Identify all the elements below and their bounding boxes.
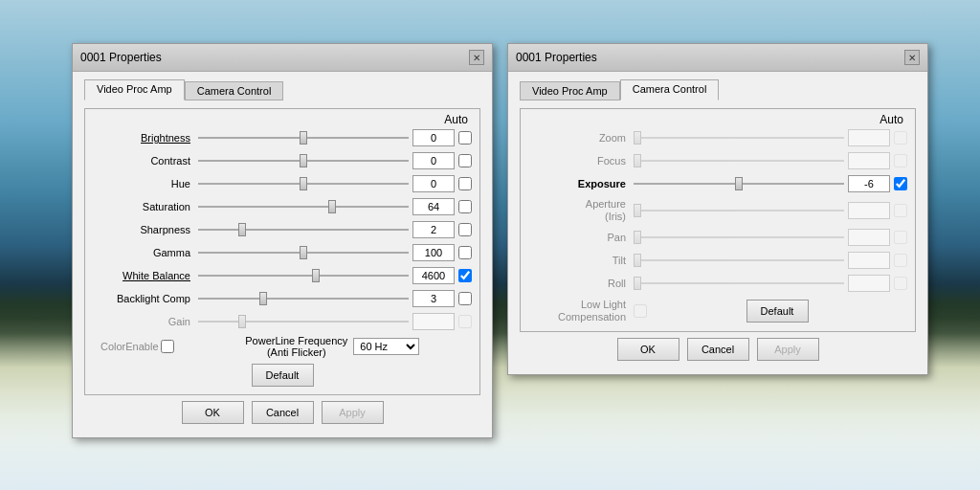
aperture-slider-container bbox=[634, 203, 844, 218]
title-bar-right: 0001 Properties ✕ bbox=[508, 44, 927, 72]
close-button-right[interactable]: ✕ bbox=[904, 50, 920, 65]
gain-value[interactable] bbox=[412, 313, 455, 330]
apply-button-right[interactable]: Apply bbox=[757, 338, 819, 361]
hue-value[interactable] bbox=[412, 175, 455, 192]
exposure-slider[interactable] bbox=[634, 176, 844, 191]
footer-buttons-right: OK Cancel Apply bbox=[520, 332, 916, 365]
low-light-check[interactable] bbox=[634, 304, 647, 318]
tab-camera-control-left[interactable]: Camera Control bbox=[185, 81, 284, 100]
gamma-value[interactable] bbox=[412, 244, 455, 261]
pan-slider-container bbox=[634, 230, 844, 245]
white-balance-row: White Balance bbox=[93, 266, 472, 285]
focus-auto[interactable] bbox=[894, 154, 907, 167]
white-balance-label: White Balance bbox=[93, 270, 198, 281]
brightness-slider-container bbox=[198, 130, 409, 145]
default-button-left[interactable]: Default bbox=[252, 364, 314, 387]
saturation-auto[interactable] bbox=[458, 200, 472, 213]
backlight-auto[interactable] bbox=[458, 292, 472, 305]
apply-button-left[interactable]: Apply bbox=[322, 401, 384, 424]
tabs-left: Video Proc Amp Camera Control bbox=[84, 79, 480, 100]
auto-header-right: Auto bbox=[528, 113, 907, 126]
power-freq-select[interactable]: Disabled 50 Hz 60 Hz bbox=[353, 338, 419, 355]
pan-row: Pan bbox=[528, 228, 907, 247]
tab-camera-control-right[interactable]: Camera Control bbox=[620, 79, 720, 100]
backlight-value[interactable] bbox=[412, 290, 455, 307]
title-right: 0001 Properties bbox=[516, 51, 597, 64]
contrast-slider[interactable] bbox=[198, 153, 409, 168]
white-balance-slider[interactable] bbox=[198, 268, 409, 283]
color-enable-check[interactable] bbox=[161, 340, 174, 353]
sharpness-value[interactable] bbox=[412, 221, 455, 238]
gain-slider[interactable] bbox=[198, 314, 409, 329]
brightness-value[interactable] bbox=[412, 129, 455, 146]
exposure-value[interactable] bbox=[848, 175, 890, 192]
hue-slider[interactable] bbox=[198, 176, 409, 191]
close-button-left[interactable]: ✕ bbox=[469, 50, 484, 65]
zoom-auto[interactable] bbox=[894, 131, 907, 145]
backlight-slider-container bbox=[198, 291, 409, 306]
aperture-slider[interactable] bbox=[634, 203, 844, 218]
brightness-slider[interactable] bbox=[198, 130, 409, 145]
tilt-auto[interactable] bbox=[894, 254, 907, 267]
body-left: Video Proc Amp Camera Control Auto Brigh… bbox=[73, 72, 492, 437]
pan-auto[interactable] bbox=[894, 231, 907, 244]
zoom-slider[interactable] bbox=[634, 130, 844, 145]
exposure-slider-container bbox=[634, 176, 844, 191]
default-btn-row-left: Default bbox=[93, 364, 472, 387]
pan-label: Pan bbox=[528, 232, 634, 243]
contrast-auto[interactable] bbox=[458, 154, 472, 167]
dialog-left: 0001 Properties ✕ Video Proc Amp Camera … bbox=[72, 43, 493, 438]
brightness-auto[interactable] bbox=[458, 131, 472, 145]
panel-right: Auto Zoom Focus bbox=[520, 108, 916, 332]
ok-button-right[interactable]: OK bbox=[617, 338, 679, 361]
zoom-value[interactable] bbox=[848, 129, 890, 146]
hue-row: Hue bbox=[93, 174, 472, 193]
roll-value[interactable] bbox=[848, 275, 890, 292]
roll-slider[interactable] bbox=[634, 276, 844, 291]
pan-slider[interactable] bbox=[634, 230, 844, 245]
color-enable-group: ColorEnable bbox=[97, 340, 174, 353]
hue-auto[interactable] bbox=[458, 177, 472, 190]
aperture-value[interactable] bbox=[848, 202, 890, 219]
focus-row: Focus bbox=[528, 151, 907, 170]
gamma-label: Gamma bbox=[93, 247, 198, 258]
sharpness-auto[interactable] bbox=[458, 223, 472, 236]
focus-value[interactable] bbox=[848, 152, 890, 169]
exposure-row: Exposure bbox=[528, 174, 907, 193]
panel-left: Auto Brightness Contrast bbox=[84, 108, 480, 395]
pan-value[interactable] bbox=[848, 229, 890, 246]
tab-video-proc-amp-left[interactable]: Video Proc Amp bbox=[84, 79, 185, 100]
roll-auto[interactable] bbox=[894, 277, 907, 290]
tilt-value[interactable] bbox=[848, 252, 890, 269]
default-button-right[interactable]: Default bbox=[746, 300, 809, 323]
white-balance-slider-container bbox=[198, 268, 409, 283]
auto-label-left: Auto bbox=[444, 113, 468, 126]
saturation-slider[interactable] bbox=[198, 199, 409, 214]
power-freq-group: PowerLine Frequency (Anti Flicker) Disab… bbox=[193, 335, 472, 358]
sharpness-slider-container bbox=[198, 222, 409, 237]
white-balance-value[interactable] bbox=[412, 267, 455, 284]
gain-label: Gain bbox=[93, 316, 198, 327]
saturation-value[interactable] bbox=[412, 198, 455, 215]
gamma-slider-container bbox=[198, 245, 409, 260]
sharpness-slider[interactable] bbox=[198, 222, 409, 237]
tab-video-proc-amp-right[interactable]: Video Proc Amp bbox=[520, 81, 620, 100]
exposure-auto[interactable] bbox=[894, 177, 907, 190]
backlight-slider[interactable] bbox=[198, 291, 409, 306]
ok-button-left[interactable]: OK bbox=[182, 401, 244, 424]
color-enable-label: ColorEnable bbox=[100, 341, 159, 352]
contrast-value[interactable] bbox=[412, 152, 455, 169]
gain-row: Gain bbox=[93, 312, 472, 331]
cancel-button-right[interactable]: Cancel bbox=[687, 338, 749, 361]
white-balance-auto[interactable] bbox=[458, 269, 472, 282]
low-light-row: Low Light Compensation Default bbox=[528, 299, 907, 323]
focus-slider[interactable] bbox=[634, 153, 844, 168]
gain-auto[interactable] bbox=[458, 315, 472, 328]
default-btn-container-right: Default bbox=[647, 300, 907, 323]
gamma-row: Gamma bbox=[93, 243, 472, 262]
gamma-slider[interactable] bbox=[198, 245, 409, 260]
cancel-button-left[interactable]: Cancel bbox=[252, 401, 314, 424]
gamma-auto[interactable] bbox=[458, 246, 472, 259]
aperture-auto[interactable] bbox=[894, 204, 907, 217]
tilt-slider[interactable] bbox=[634, 253, 844, 268]
